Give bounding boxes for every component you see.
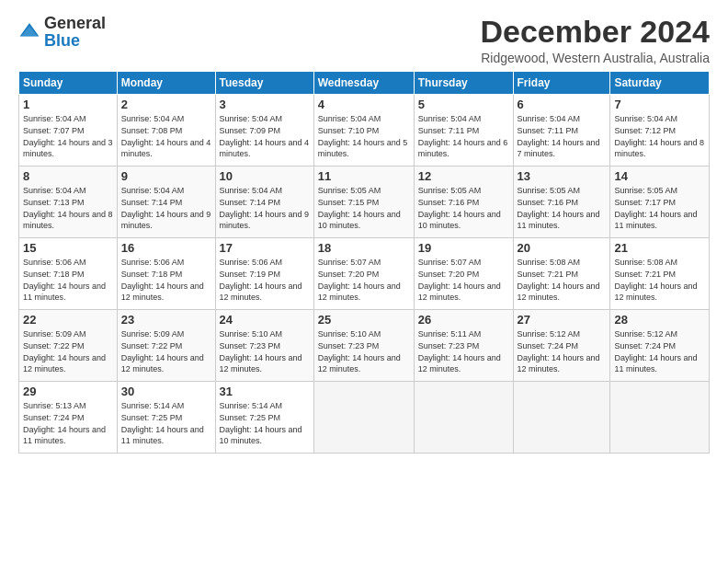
cell-info: Sunrise: 5:04 AMSunset: 7:14 PMDaylight:…: [121, 186, 211, 230]
day-number: 19: [418, 241, 509, 255]
cell-info: Sunrise: 5:06 AMSunset: 7:18 PMDaylight:…: [23, 258, 106, 302]
cell-info: Sunrise: 5:10 AMSunset: 7:23 PMDaylight:…: [220, 329, 302, 373]
day-number: 13: [518, 169, 607, 183]
month-title: December 2024: [480, 15, 710, 49]
table-row: 8 Sunrise: 5:04 AMSunset: 7:13 PMDayligh…: [19, 167, 118, 238]
table-row: 20 Sunrise: 5:08 AMSunset: 7:21 PMDaylig…: [513, 238, 610, 310]
table-row: 29 Sunrise: 5:13 AMSunset: 7:24 PMDaylig…: [19, 382, 118, 454]
cell-info: Sunrise: 5:05 AMSunset: 7:15 PMDaylight:…: [318, 186, 401, 230]
logo: General Blue: [18, 15, 106, 50]
cell-info: Sunrise: 5:05 AMSunset: 7:17 PMDaylight:…: [614, 186, 697, 230]
table-row: 4 Sunrise: 5:04 AMSunset: 7:10 PMDayligh…: [313, 95, 414, 167]
cell-info: Sunrise: 5:08 AMSunset: 7:21 PMDaylight:…: [518, 258, 600, 302]
calendar-week-row: 8 Sunrise: 5:04 AMSunset: 7:13 PMDayligh…: [19, 167, 710, 238]
cell-info: Sunrise: 5:04 AMSunset: 7:12 PMDaylight:…: [614, 114, 704, 158]
day-number: 9: [121, 169, 211, 183]
table-row: 3 Sunrise: 5:04 AMSunset: 7:09 PMDayligh…: [215, 95, 313, 167]
day-number: 7: [614, 98, 705, 111]
cell-info: Sunrise: 5:11 AMSunset: 7:23 PMDaylight:…: [418, 329, 501, 373]
cell-info: Sunrise: 5:09 AMSunset: 7:22 PMDaylight:…: [23, 329, 106, 373]
cell-info: Sunrise: 5:04 AMSunset: 7:09 PMDaylight:…: [220, 114, 310, 158]
cell-info: Sunrise: 5:06 AMSunset: 7:18 PMDaylight:…: [121, 258, 204, 302]
calendar-week-row: 15 Sunrise: 5:06 AMSunset: 7:18 PMDaylig…: [19, 238, 710, 310]
table-row: [513, 382, 610, 454]
cell-info: Sunrise: 5:09 AMSunset: 7:22 PMDaylight:…: [121, 329, 204, 373]
day-number: 27: [518, 313, 607, 327]
col-sunday: Sunday: [19, 72, 118, 95]
cell-info: Sunrise: 5:07 AMSunset: 7:20 PMDaylight:…: [318, 258, 401, 302]
col-saturday: Saturday: [610, 72, 710, 95]
generalblue-icon: [18, 21, 40, 40]
logo-blue: Blue: [44, 31, 80, 50]
table-row: 27 Sunrise: 5:12 AMSunset: 7:24 PMDaylig…: [513, 310, 610, 382]
cell-info: Sunrise: 5:14 AMSunset: 7:25 PMDaylight:…: [121, 401, 204, 445]
cell-info: Sunrise: 5:12 AMSunset: 7:24 PMDaylight:…: [614, 329, 697, 373]
day-number: 16: [121, 241, 211, 255]
table-row: 22 Sunrise: 5:09 AMSunset: 7:22 PMDaylig…: [19, 310, 118, 382]
day-number: 12: [418, 169, 509, 183]
cell-info: Sunrise: 5:04 AMSunset: 7:14 PMDaylight:…: [220, 186, 310, 230]
table-row: 5 Sunrise: 5:04 AMSunset: 7:11 PMDayligh…: [414, 95, 513, 167]
table-row: [313, 382, 414, 454]
cell-info: Sunrise: 5:07 AMSunset: 7:20 PMDaylight:…: [418, 258, 501, 302]
cell-info: Sunrise: 5:10 AMSunset: 7:23 PMDaylight:…: [318, 329, 401, 373]
day-number: 4: [318, 98, 410, 111]
day-number: 5: [418, 98, 509, 111]
table-row: 13 Sunrise: 5:05 AMSunset: 7:16 PMDaylig…: [513, 167, 610, 238]
day-number: 14: [614, 169, 705, 183]
cell-info: Sunrise: 5:04 AMSunset: 7:11 PMDaylight:…: [518, 114, 600, 158]
day-number: 22: [23, 313, 113, 327]
cell-info: Sunrise: 5:05 AMSunset: 7:16 PMDaylight:…: [518, 186, 600, 230]
table-row: 15 Sunrise: 5:06 AMSunset: 7:18 PMDaylig…: [19, 238, 118, 310]
table-row: 10 Sunrise: 5:04 AMSunset: 7:14 PMDaylig…: [215, 167, 313, 238]
table-row: 6 Sunrise: 5:04 AMSunset: 7:11 PMDayligh…: [513, 95, 610, 167]
table-row: 26 Sunrise: 5:11 AMSunset: 7:23 PMDaylig…: [414, 310, 513, 382]
day-number: 6: [518, 98, 607, 111]
table-row: [610, 382, 710, 454]
day-number: 10: [220, 169, 310, 183]
day-number: 25: [318, 313, 410, 327]
col-friday: Friday: [513, 72, 610, 95]
cell-info: Sunrise: 5:14 AMSunset: 7:25 PMDaylight:…: [220, 401, 302, 445]
cell-info: Sunrise: 5:04 AMSunset: 7:11 PMDaylight:…: [418, 114, 508, 158]
day-number: 3: [220, 98, 310, 111]
table-row: 12 Sunrise: 5:05 AMSunset: 7:16 PMDaylig…: [414, 167, 513, 238]
day-number: 30: [121, 385, 211, 398]
day-number: 24: [220, 313, 310, 327]
logo-general: General: [44, 14, 106, 32]
cell-info: Sunrise: 5:13 AMSunset: 7:24 PMDaylight:…: [23, 401, 106, 445]
header: General Blue December 2024 Ridgewood, We…: [18, 15, 710, 65]
cell-info: Sunrise: 5:12 AMSunset: 7:24 PMDaylight:…: [518, 329, 600, 373]
col-monday: Monday: [117, 72, 215, 95]
cell-info: Sunrise: 5:06 AMSunset: 7:19 PMDaylight:…: [220, 258, 302, 302]
location-subtitle: Ridgewood, Western Australia, Australia: [480, 51, 710, 65]
day-number: 8: [23, 169, 113, 183]
day-number: 17: [220, 241, 310, 255]
day-number: 26: [418, 313, 509, 327]
table-row: 7 Sunrise: 5:04 AMSunset: 7:12 PMDayligh…: [610, 95, 710, 167]
table-row: [414, 382, 513, 454]
table-row: 19 Sunrise: 5:07 AMSunset: 7:20 PMDaylig…: [414, 238, 513, 310]
day-number: 15: [23, 241, 113, 255]
calendar-header-row: Sunday Monday Tuesday Wednesday Thursday…: [19, 72, 710, 95]
day-number: 1: [23, 98, 113, 111]
table-row: 31 Sunrise: 5:14 AMSunset: 7:25 PMDaylig…: [215, 382, 313, 454]
table-row: 21 Sunrise: 5:08 AMSunset: 7:21 PMDaylig…: [610, 238, 710, 310]
day-number: 29: [23, 385, 113, 398]
day-number: 21: [614, 241, 705, 255]
cell-info: Sunrise: 5:04 AMSunset: 7:08 PMDaylight:…: [121, 114, 211, 158]
cell-info: Sunrise: 5:04 AMSunset: 7:13 PMDaylight:…: [23, 186, 113, 230]
cell-info: Sunrise: 5:08 AMSunset: 7:21 PMDaylight:…: [614, 258, 697, 302]
day-number: 18: [318, 241, 410, 255]
calendar-week-row: 1 Sunrise: 5:04 AMSunset: 7:07 PMDayligh…: [19, 95, 710, 167]
col-tuesday: Tuesday: [215, 72, 313, 95]
table-row: 24 Sunrise: 5:10 AMSunset: 7:23 PMDaylig…: [215, 310, 313, 382]
table-row: 2 Sunrise: 5:04 AMSunset: 7:08 PMDayligh…: [117, 95, 215, 167]
table-row: 9 Sunrise: 5:04 AMSunset: 7:14 PMDayligh…: [117, 167, 215, 238]
table-row: 18 Sunrise: 5:07 AMSunset: 7:20 PMDaylig…: [313, 238, 414, 310]
day-number: 23: [121, 313, 211, 327]
col-thursday: Thursday: [414, 72, 513, 95]
day-number: 2: [121, 98, 211, 111]
calendar-week-row: 22 Sunrise: 5:09 AMSunset: 7:22 PMDaylig…: [19, 310, 710, 382]
table-row: 14 Sunrise: 5:05 AMSunset: 7:17 PMDaylig…: [610, 167, 710, 238]
